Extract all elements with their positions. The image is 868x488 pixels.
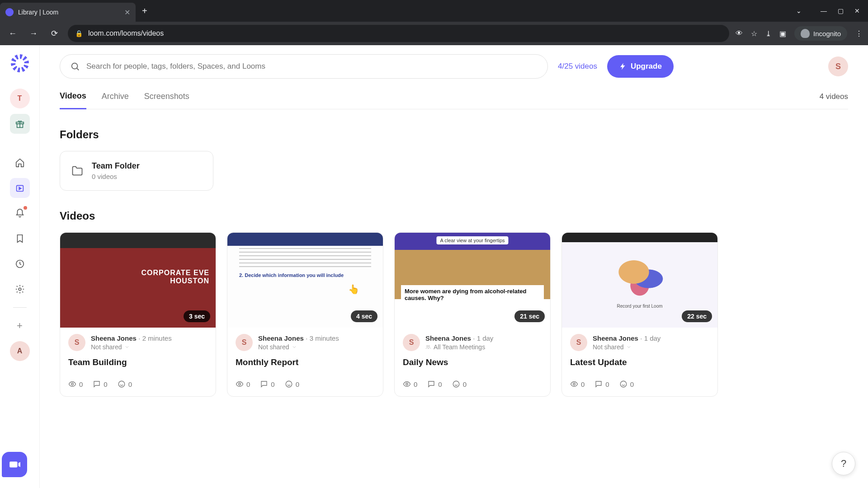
browser-tab-strip: Library | Loom ✕ + ⌄ — ▢ ✕ [0,0,868,22]
workspace-avatar[interactable]: T [10,89,30,108]
svg-point-5 [72,63,78,69]
folders-heading: Folders [60,128,848,141]
tab-videos[interactable]: Videos [60,91,86,109]
eye-icon [68,380,76,388]
folder-card[interactable]: Team Folder 0 videos [60,151,213,191]
history-icon[interactable] [10,254,30,274]
video-card[interactable]: 3 sec S Sheena Jones · 2 minutes Not sha… [60,232,216,397]
videos-heading: Videos [60,210,848,222]
views-stat: 0 [236,380,250,388]
chevron-down-icon [626,344,632,350]
svg-point-14 [573,383,576,385]
video-thumbnail[interactable]: 4 sec [227,233,383,328]
video-thumbnail[interactable]: Record your first Loom 22 sec [562,233,717,328]
rail-divider [13,307,27,308]
svg-point-13 [453,381,459,387]
author-avatar[interactable]: S [570,334,587,351]
comment-icon [427,380,435,388]
notification-dot-icon [24,206,27,210]
space-avatar-a[interactable]: A [10,341,30,361]
tab-archive[interactable]: Archive [102,92,129,108]
browser-toolbar: ← → ⟳ 🔒 loom.com/looms/videos 👁 ☆ ⤓ ▣ In… [0,22,868,45]
comments-stat: 0 [427,380,442,388]
left-rail: T + A [0,45,40,488]
incognito-label: Incognito [813,30,841,38]
share-status[interactable]: All Team Meetings [425,343,493,351]
settings-icon[interactable] [10,279,30,299]
tab-overflow-icon[interactable]: ⌄ [796,7,802,14]
incognito-badge[interactable]: Incognito [794,26,847,41]
record-button[interactable] [2,452,27,477]
views-stat: 0 [570,380,585,388]
bolt-icon [619,62,627,70]
eye-icon [236,380,244,388]
author-name: Sheena Jones [593,334,638,342]
comment-icon [260,380,268,388]
downloads-icon[interactable]: ⤓ [765,29,771,38]
browser-tab[interactable]: Library | Loom ✕ [0,3,136,22]
eye-off-icon[interactable]: 👁 [736,29,743,38]
search-icon [70,61,80,71]
loom-logo-icon[interactable] [11,54,29,72]
reactions-stat: 0 [452,380,467,388]
video-title: Team Building [68,357,208,367]
video-count: 4 videos [820,92,848,108]
add-space-button[interactable]: + [10,316,30,336]
svg-point-11 [429,346,430,347]
upgrade-button[interactable]: Upgrade [607,55,674,78]
new-tab-button[interactable]: + [136,6,154,16]
close-tab-icon[interactable]: ✕ [124,8,130,17]
svg-point-9 [286,381,292,387]
bookmark-star-icon[interactable]: ☆ [751,29,757,38]
views-stat: 0 [68,380,83,388]
content-tabs: Videos Archive Screenshots 4 videos [60,91,848,109]
folder-name: Team Folder [92,161,140,171]
video-title: Daily News [403,357,542,367]
video-card[interactable]: A clear view at your fingertipsMore wome… [394,232,551,397]
reactions-stat: 0 [619,380,634,388]
reload-button[interactable]: ⟳ [47,26,61,41]
video-card[interactable]: Record your first Loom 22 sec S Sheena J… [561,232,718,397]
video-thumbnail[interactable]: 3 sec [60,233,216,328]
upgrade-label: Upgrade [631,62,662,71]
author-name: Sheena Jones [91,334,137,342]
main-content: 4/25 videos Upgrade S Videos Archive Scr… [40,45,868,488]
video-card[interactable]: 4 sec S Sheena Jones · 3 minutes Not sha… [227,232,383,397]
author-avatar[interactable]: S [403,334,420,351]
share-status[interactable]: Not shared [593,343,660,351]
help-button[interactable]: ? [832,452,855,475]
library-icon[interactable] [10,178,30,198]
author-avatar[interactable]: S [236,334,253,351]
tab-screenshots[interactable]: Screenshots [144,92,189,108]
window-controls: ⌄ — ▢ ✕ [796,7,868,14]
panel-icon[interactable]: ▣ [779,29,786,38]
video-quota[interactable]: 4/25 videos [558,62,597,71]
comments-stat: 0 [93,380,107,388]
share-status[interactable]: Not shared [258,343,339,351]
share-status[interactable]: Not shared [91,343,172,351]
notifications-icon[interactable] [10,203,30,223]
search-input[interactable] [86,62,538,71]
kebab-menu-icon[interactable]: ⋮ [855,29,863,38]
home-icon[interactable] [10,153,30,173]
svg-point-10 [427,346,428,347]
duration-badge: 4 sec [351,310,377,322]
svg-point-8 [239,383,241,385]
smile-icon [118,380,126,388]
close-window-icon[interactable]: ✕ [854,7,860,14]
video-thumbnail[interactable]: A clear view at your fingertipsMore wome… [395,233,550,328]
author-avatar[interactable]: S [68,334,85,351]
forward-button[interactable]: → [26,26,41,41]
address-bar[interactable]: 🔒 loom.com/looms/videos [68,25,729,42]
maximize-icon[interactable]: ▢ [838,7,844,14]
comments-stat: 0 [260,380,274,388]
back-button[interactable]: ← [5,26,20,41]
favicon-icon [5,8,14,16]
search-input-wrapper[interactable] [60,54,548,79]
chevron-down-icon [292,344,297,350]
minimize-icon[interactable]: — [821,7,827,14]
folder-count: 0 videos [92,173,140,180]
bookmark-icon[interactable] [10,229,30,249]
gift-icon[interactable] [10,114,30,134]
user-avatar[interactable]: S [828,56,848,76]
